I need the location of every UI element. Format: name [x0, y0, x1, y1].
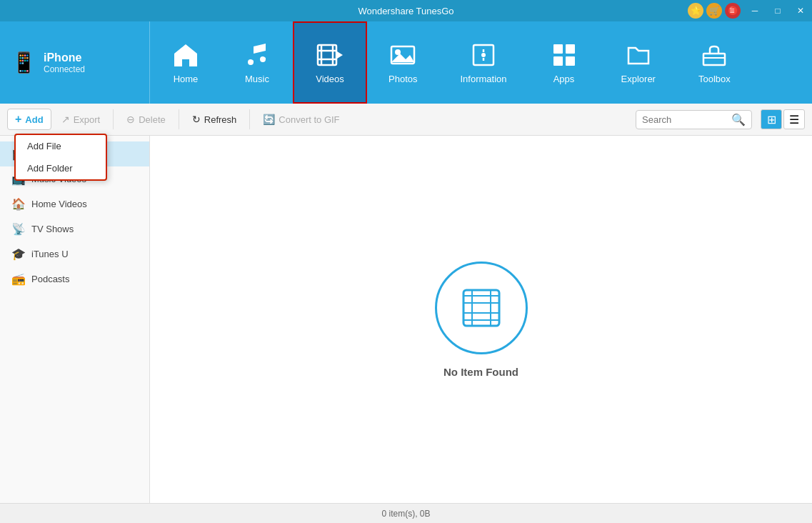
nav-information[interactable]: Information — [438, 21, 528, 104]
itunes-u-label: iTunes U — [31, 249, 69, 259]
view-toggle: ⊞ ☰ — [761, 109, 805, 129]
toolbar-separator-1 — [113, 109, 114, 129]
add-label: Add — [25, 114, 43, 125]
device-info: iPhone Connected — [44, 51, 85, 74]
sidebar-item-podcasts[interactable]: 📻 Podcasts — [0, 267, 149, 292]
nav-apps-label: Apps — [553, 74, 575, 84]
icon-cart: 🛒 — [706, 3, 722, 19]
convert-gif-label: Convert to GIF — [279, 114, 339, 125]
add-file-item[interactable]: Add File — [16, 135, 106, 157]
nav-home[interactable]: Home — [150, 21, 221, 104]
tv-shows-label: TV Shows — [31, 224, 74, 234]
svg-rect-15 — [553, 56, 563, 66]
export-button[interactable]: ↗ Export — [54, 110, 108, 129]
nav-music-label: Music — [245, 74, 269, 84]
film-svg-icon — [456, 283, 506, 333]
close-btn[interactable]: ✕ — [789, 0, 812, 21]
export-label: Export — [74, 114, 101, 125]
sidebar-item-itunes-u[interactable]: 🎓 iTunes U — [0, 241, 149, 267]
nav-videos[interactable]: Videos — [293, 21, 367, 104]
content-area: No Item Found — [150, 136, 812, 503]
nav-photos[interactable]: Photos — [367, 21, 438, 104]
delete-icon: ⊖ — [126, 114, 135, 125]
svg-rect-21 — [463, 313, 499, 320]
delete-label: Delete — [139, 114, 166, 125]
minimize-btn[interactable]: ─ — [743, 0, 766, 21]
podcasts-icon: 📻 — [11, 272, 26, 286]
status-bar: 0 item(s), 0B — [0, 503, 812, 523]
device-name: iPhone — [44, 51, 85, 64]
delete-button[interactable]: ⊖ Delete — [119, 110, 173, 129]
menu-btn[interactable]: ≡ — [721, 0, 743, 21]
export-icon: ↗ — [61, 114, 70, 125]
empty-state: No Item Found — [435, 262, 528, 378]
grid-icon: ⊞ — [767, 113, 776, 126]
nav-home-label: Home — [174, 74, 199, 84]
refresh-label: Refresh — [204, 114, 237, 125]
status-text: 0 item(s), 0B — [381, 509, 430, 519]
film-icon-circle — [435, 262, 528, 354]
tv-shows-icon: 📡 — [11, 222, 26, 236]
convert-gif-button[interactable]: 🔄 Convert to GIF — [256, 110, 346, 129]
nav-music[interactable]: Music — [221, 21, 293, 104]
toolbar: + Add Add File Add Folder ↗ Export ⊖ Del… — [0, 104, 812, 136]
nav-apps[interactable]: Apps — [528, 21, 600, 104]
add-button[interactable]: + Add — [7, 109, 51, 130]
sidebar-item-tv-shows[interactable]: 📡 TV Shows — [0, 216, 149, 241]
nav-videos-label: Videos — [316, 74, 344, 84]
add-btn-container: + Add Add File Add Folder — [7, 109, 51, 130]
nav-explorer[interactable]: Explorer — [600, 21, 677, 104]
main-area: 🎬 Movies 📺 Music Videos 🏠 Home Videos 📡 … — [0, 136, 812, 503]
device-status: Connected — [44, 64, 85, 74]
search-input[interactable] — [642, 114, 728, 125]
svg-rect-20 — [463, 296, 499, 303]
title-bar-controls[interactable]: ≡ ─ □ ✕ — [721, 0, 812, 21]
refresh-button[interactable]: ↻ Refresh — [185, 110, 244, 129]
svg-rect-16 — [566, 56, 575, 66]
nav-toolbox-label: Toolbox — [698, 74, 731, 84]
svg-rect-14 — [566, 44, 575, 54]
home-videos-icon: 🏠 — [11, 197, 26, 211]
svg-rect-13 — [553, 44, 563, 54]
title-bar: Wondershare TunesGo ⭐ 🛒 🔴 ≡ ─ □ ✕ — [0, 0, 812, 21]
nav-information-label: Information — [460, 74, 506, 84]
convert-gif-icon: 🔄 — [263, 114, 275, 125]
grid-view-btn[interactable]: ⊞ — [761, 109, 782, 129]
search-box: 🔍 — [636, 110, 752, 129]
sidebar: 🎬 Movies 📺 Music Videos 🏠 Home Videos 📡 … — [0, 136, 150, 503]
maximize-btn[interactable]: □ — [766, 0, 789, 21]
nav-explorer-label: Explorer — [621, 74, 656, 84]
svg-point-10 — [481, 53, 486, 57]
device-icon: 📱 — [11, 51, 36, 74]
app-title: Wondershare TunesGo — [358, 6, 453, 16]
list-view-btn[interactable]: ☰ — [783, 109, 805, 129]
list-icon: ☰ — [789, 113, 799, 126]
no-item-text: No Item Found — [443, 366, 518, 378]
nav-items: Home Music Videos Photos Information App… — [150, 21, 812, 104]
sidebar-item-home-videos[interactable]: 🏠 Home Videos — [0, 191, 149, 216]
device-section: 📱 iPhone Connected — [0, 21, 150, 104]
nav-toolbox[interactable]: Toolbox — [677, 21, 752, 104]
icon-star: ⭐ — [688, 3, 703, 19]
refresh-icon: ↻ — [192, 114, 201, 125]
svg-rect-17 — [703, 54, 725, 65]
nav-photos-label: Photos — [389, 74, 417, 84]
add-plus-icon: + — [15, 113, 21, 126]
toolbar-separator-3 — [249, 109, 250, 129]
itunes-u-icon: 🎓 — [11, 247, 26, 261]
svg-marker-5 — [337, 51, 343, 59]
podcasts-label: Podcasts — [31, 274, 69, 284]
home-videos-label: Home Videos — [31, 199, 87, 209]
svg-marker-8 — [391, 54, 414, 62]
toolbar-separator-2 — [179, 109, 179, 129]
nav-bar: 📱 iPhone Connected Home Music Videos Pho… — [0, 21, 812, 104]
add-folder-item[interactable]: Add Folder — [16, 157, 106, 179]
add-dropdown-menu: Add File Add Folder — [14, 134, 107, 181]
search-icon: 🔍 — [731, 113, 746, 126]
